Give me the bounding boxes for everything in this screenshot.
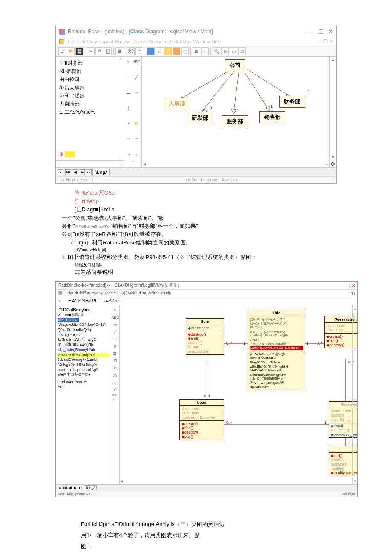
tab-first-icon[interactable]: ⏮ (63, 486, 68, 490)
tool-d-icon[interactable] (173, 47, 180, 55)
class-title[interactable]: Title (@gJtIjriip-)-fig;Ag;^S^ft tU^Kn 丨… (248, 310, 305, 390)
class-company[interactable]: 公司 (225, 59, 245, 71)
class-item[interactable]: Item ◆id : Integer ◆destroy() ◆find() up… (186, 318, 224, 355)
canvas-vscroll-2[interactable]: ▴▾ (352, 305, 357, 484)
note-icon[interactable]: ▭ (125, 74, 132, 81)
browser-pane-2[interactable]: |"1OCalBnoyant V:；ev■事部1d ol^Z Logical f… (56, 305, 111, 484)
anchor-icon[interactable]: ╱ (112, 329, 118, 335)
class-sales[interactable]: 销售部 (259, 111, 285, 123)
class-hr[interactable]: 人事部 (164, 98, 190, 109)
tree-item[interactable]: 由白捡司 (59, 75, 113, 83)
help-icon[interactable]: ℛ? (127, 47, 135, 55)
titlebar-2[interactable]: RatkDindko-fro--funbdod]>-：C1A«DiIigrdfh… (56, 282, 357, 290)
gen-icon[interactable]: ⬏ (133, 135, 140, 142)
zoom2-icon[interactable]: ⊕ (221, 47, 229, 55)
paste-icon[interactable]: 📋 (104, 47, 112, 55)
tab-last-icon[interactable]: ⏭ (79, 486, 84, 490)
class-finance[interactable]: 财务部 (279, 96, 305, 108)
print-icon[interactable]: 🖶 (115, 47, 123, 55)
tree-item[interactable]: fi-ffl财务部 (59, 59, 113, 67)
log-close-icon[interactable]: × (58, 486, 62, 490)
new-icon[interactable]: 🗋 (58, 47, 66, 55)
zoom-down-icon[interactable]: ⌄ (131, 167, 135, 171)
a-icon[interactable]: 凸 (112, 372, 118, 378)
cut-icon[interactable]: ✂ (87, 47, 95, 55)
menu-tools[interactable]: Tools (163, 39, 174, 44)
log-close-icon[interactable]: × (58, 169, 63, 175)
tab-first-icon[interactable]: ⏮ (65, 169, 71, 175)
tool-g-icon[interactable]: ▭ (230, 47, 237, 55)
r-icon[interactable]: r^ (112, 387, 118, 393)
menu-file[interactable]: File (68, 39, 75, 44)
menu-addins[interactable]: Add-Ins (176, 39, 192, 44)
box-icon[interactable]: ▢ (135, 47, 143, 55)
tool-e-icon[interactable]: ◫ (181, 47, 189, 55)
browser-tree[interactable]: fi-ffl财务部 RH聽脣部 由白捡司 补吕人事部 卧冏（崛部 力自睛部 E-… (56, 57, 117, 160)
zoom-icon[interactable]: 🔍 (213, 47, 220, 55)
close-button[interactable]: □X (349, 283, 355, 288)
menu-help[interactable]: Help (212, 39, 222, 44)
diagram-canvas-2[interactable]: Item ◆id : Integer ◆destroy() ◆find() up… (120, 305, 357, 484)
tool-h-icon[interactable]: ⊡ (238, 47, 246, 55)
tool-a-icon[interactable] (147, 47, 155, 55)
class-rd[interactable]: 研发部 (187, 112, 213, 124)
tree-item[interactable]: 力自睛部 (59, 100, 113, 108)
maximize-button[interactable]: □ (319, 28, 323, 35)
menu-browse[interactable]: Browse (115, 39, 131, 44)
dash-icon[interactable]: ⊸ (112, 336, 118, 342)
toolbar-2[interactable]: n HA'd^^IBiR9T）a-^-\ari (56, 297, 357, 305)
tool-b-icon[interactable]: ▭ (156, 47, 163, 55)
eq-icon[interactable]: == 7 (112, 394, 118, 400)
mdi-restore-button[interactable]: ❐ (323, 39, 328, 44)
anchor-icon[interactable]: ╱ (133, 74, 140, 81)
browser-hscroll[interactable]: ‹› (56, 160, 124, 167)
menu-view[interactable]: View (87, 39, 97, 44)
minimize-button[interactable]: — (306, 28, 313, 35)
mdi-minimize-button[interactable]: – (318, 39, 320, 44)
menu-format[interactable]: Format (98, 39, 113, 44)
diagram-canvas[interactable]: 公司 人事部 研发部 服务部 销售部 财务部 1 1 1 1 ▴▾ ◂▸ (142, 57, 336, 167)
tool-c-icon[interactable] (164, 47, 172, 55)
close-button[interactable]: × (329, 28, 333, 35)
pkg-icon[interactable]: ⊡ (112, 358, 118, 364)
menu-edit[interactable]: Edit (77, 39, 85, 44)
open-icon[interactable]: 📂 (67, 47, 75, 55)
gen-icon[interactable]: 2|- (112, 351, 118, 357)
mdi-close-button[interactable]: × (330, 39, 333, 44)
tab-log[interactable]: \Log/ (84, 485, 97, 490)
text-icon[interactable]: ABC (112, 314, 118, 320)
assoc-icon[interactable]: ↗ (125, 120, 132, 127)
tab-prev-icon[interactable]: ◀ (69, 486, 73, 490)
copy-icon[interactable]: ⧉ (95, 47, 103, 55)
package-icon[interactable]: 📁 (133, 120, 140, 127)
class-service[interactable]: 服务部 (222, 115, 248, 127)
tree-item[interactable]: 卧冏（崛部 (59, 92, 113, 100)
canvas-hscroll[interactable]: ◂▸ (142, 160, 329, 167)
dep-icon[interactable]: ⇢ (125, 135, 132, 142)
tree-item[interactable]: 补吕人事部 (59, 84, 113, 92)
pan-icon[interactable] (329, 160, 336, 167)
tab-next-icon[interactable]: ▶ (79, 169, 85, 175)
text-icon[interactable]: ABC (133, 58, 140, 65)
tree-item-selected[interactable] (65, 151, 75, 157)
class-icon[interactable]: ▬ (125, 89, 132, 96)
flag-icon[interactable]: ▷ (112, 380, 118, 385)
menu-window[interactable]: Window (193, 39, 210, 44)
canvas-vscroll[interactable]: ▴▾ (329, 57, 336, 160)
menubar-2[interactable]: 圖 BlaEdHfcfffutBrcw：»Ropeirt中10拧rack^Jdl… (56, 290, 357, 297)
dash-icon[interactable]: ┊ (125, 105, 132, 112)
pointer-icon[interactable]: ↖ (125, 58, 132, 65)
zoom-up-icon[interactable]: ⌃ (131, 160, 135, 165)
n-icon[interactable]: n (112, 343, 118, 349)
tool-f-icon[interactable]: ⊞ (193, 47, 200, 55)
tab-prev-icon[interactable]: ◀ (72, 169, 78, 175)
save-icon[interactable]: 💾 (75, 47, 83, 55)
note-icon[interactable]: ▭ (112, 322, 118, 328)
titlebar[interactable]: Rational Rose - (untitled) - [Class Diag… (56, 26, 336, 37)
canvas-hscroll-left-icon[interactable]: ◂ (121, 479, 123, 483)
class-loan[interactable]: Loan date : Date item : Item borrower : … (179, 399, 224, 440)
tab-log[interactable]: \Log/ (92, 169, 110, 175)
menu-report[interactable]: Report (133, 39, 147, 44)
browser-vscroll[interactable]: ⌃⌄ (117, 57, 124, 160)
b-icon[interactable]: B (112, 365, 118, 371)
